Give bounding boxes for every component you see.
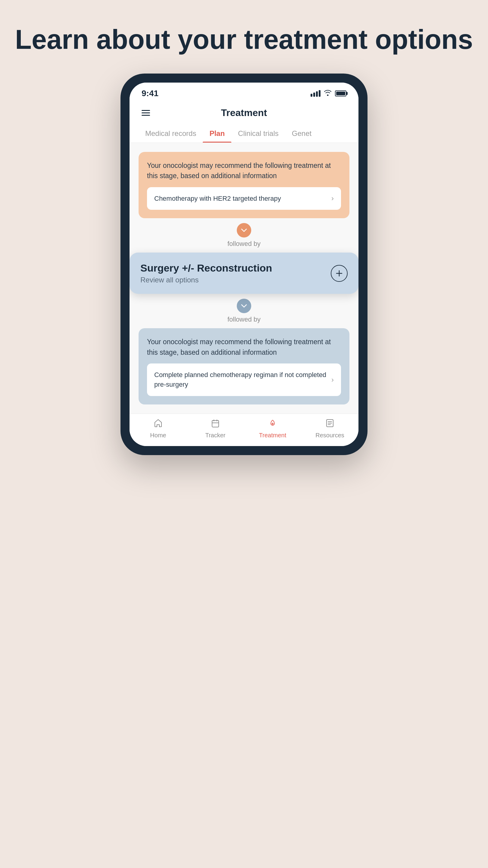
phone-frame: 9:41 <box>121 73 367 456</box>
svg-rect-0 <box>212 421 219 427</box>
card1-description: Your onocologist may recommend the follo… <box>147 160 341 181</box>
nav-item-tracker[interactable]: Tracker <box>187 418 244 439</box>
status-icons <box>311 89 347 98</box>
connector-1: followed by <box>138 218 350 253</box>
wifi-icon <box>324 89 332 98</box>
status-time: 9:41 <box>141 89 158 98</box>
page-header: Learn about your treatment options <box>3 0 485 73</box>
surgery-card-text: Surgery +/- Reconstruction Review all op… <box>140 262 272 284</box>
battery-icon <box>335 90 347 96</box>
tracker-icon <box>211 418 220 430</box>
menu-icon[interactable] <box>141 110 150 116</box>
signal-bars-icon <box>311 90 321 97</box>
phone-screen: 9:41 <box>130 83 358 446</box>
card1-chevron-right-icon: › <box>331 194 334 203</box>
nav-label-home: Home <box>150 432 166 439</box>
card2-description: Your onocologist may recommend the follo… <box>147 337 341 358</box>
status-bar: 9:41 <box>130 83 358 101</box>
bottom-nav: Home Tracker Treatment <box>130 413 358 446</box>
treatment-card-2: Your onocologist may recommend the follo… <box>138 328 350 404</box>
tab-genetics[interactable]: Genet <box>285 124 318 143</box>
treatment-card-1: Your onocologist may recommend the follo… <box>138 152 350 218</box>
nav-label-treatment: Treatment <box>259 432 286 439</box>
nav-item-home[interactable]: Home <box>130 418 187 439</box>
surgery-add-button[interactable] <box>331 265 348 282</box>
page-title: Learn about your treatment options <box>15 24 473 56</box>
connector2-label: followed by <box>227 315 261 323</box>
nav-label-resources: Resources <box>315 432 344 439</box>
card2-chevron-right-icon: › <box>331 375 334 384</box>
tab-medical-records[interactable]: Medical records <box>138 124 203 143</box>
app-bar: Treatment <box>130 101 358 124</box>
connector2-circle <box>237 299 251 313</box>
card1-treatment-text: Chemotherapy with HER2 targeted therapy <box>154 194 331 204</box>
card1-treatment-option[interactable]: Chemotherapy with HER2 targeted therapy … <box>147 187 341 210</box>
nav-item-resources[interactable]: Resources <box>301 418 358 439</box>
surgery-title: Surgery +/- Reconstruction <box>140 262 272 274</box>
connector1-label: followed by <box>227 240 261 248</box>
nav-item-treatment[interactable]: Treatment <box>244 418 301 439</box>
scroll-content: Your onocologist may recommend the follo… <box>130 143 358 414</box>
tab-plan[interactable]: Plan <box>203 124 231 143</box>
card2-treatment-text: Complete planned chemotherapy regiman if… <box>154 370 331 390</box>
resources-icon <box>325 418 334 430</box>
connector1-circle <box>237 223 251 238</box>
treatment-icon <box>268 418 277 430</box>
app-bar-title: Treatment <box>221 107 267 119</box>
nav-label-tracker: Tracker <box>205 432 225 439</box>
card2-treatment-option[interactable]: Complete planned chemotherapy regiman if… <box>147 364 341 396</box>
home-icon <box>154 418 163 430</box>
surgery-card: Surgery +/- Reconstruction Review all op… <box>130 253 358 294</box>
connector-2: followed by <box>138 294 350 328</box>
surgery-subtitle: Review all options <box>140 276 272 284</box>
tabs-bar: Medical records Plan Clinical trials Gen… <box>130 124 358 143</box>
tab-clinical-trials[interactable]: Clinical trials <box>231 124 285 143</box>
